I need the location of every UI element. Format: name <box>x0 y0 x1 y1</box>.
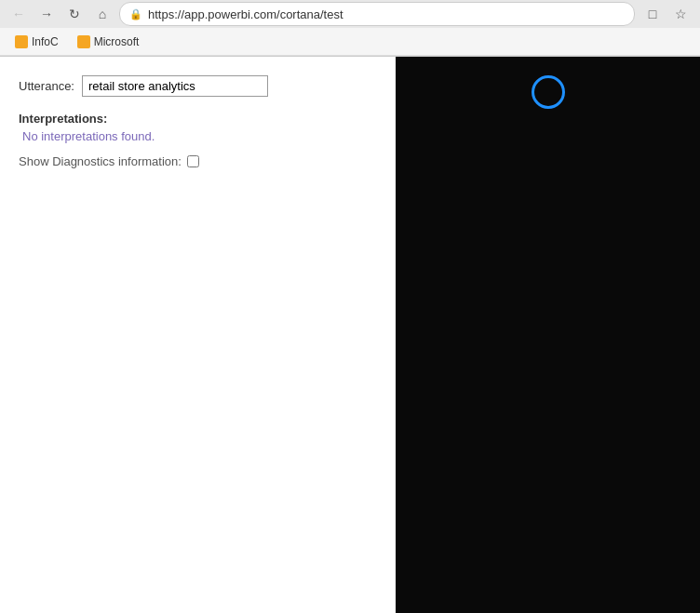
right-panel <box>396 57 700 613</box>
left-panel: Utterance: Interpretations: No interpret… <box>0 57 396 613</box>
lock-icon: 🔒 <box>129 8 142 20</box>
bookmark-infoc-label: InfoC <box>32 35 59 48</box>
noise-texture <box>396 57 700 613</box>
favorites-button[interactable]: ☆ <box>668 2 693 26</box>
bookmark-infoc[interactable]: InfoC <box>7 33 66 51</box>
forward-button[interactable]: → <box>35 3 58 25</box>
address-input[interactable] <box>148 7 625 21</box>
diagnostics-checkbox[interactable] <box>187 155 199 167</box>
bookmark-microsoft-icon <box>77 35 90 48</box>
back-button[interactable]: ← <box>7 3 30 25</box>
dark-canvas <box>396 57 700 613</box>
bookmark-microsoft-label: Microsoft <box>94 35 140 48</box>
svg-rect-0 <box>396 57 700 613</box>
utterance-input[interactable] <box>82 75 268 97</box>
bookmark-microsoft[interactable]: Microsoft <box>70 33 147 51</box>
home-button[interactable]: ⌂ <box>91 3 114 25</box>
browser-chrome: ← → ↻ ⌂ 🔒 □ ☆ InfoC Microsoft <box>0 0 700 57</box>
utterance-row: Utterance: <box>19 75 377 97</box>
reader-mode-button[interactable]: □ <box>640 2 665 26</box>
no-interpretations-text: No interpretations found. <box>22 129 155 143</box>
cortana-circle-indicator <box>532 75 565 109</box>
diagnostics-label: Show Diagnostics information: <box>19 154 182 168</box>
interpretations-label: Interpretations: <box>19 112 377 126</box>
page-content: Utterance: Interpretations: No interpret… <box>0 57 700 613</box>
diagnostics-row: Show Diagnostics information: <box>19 154 377 168</box>
refresh-button[interactable]: ↻ <box>63 3 86 25</box>
interpretations-section: Interpretations: No interpretations foun… <box>19 112 377 143</box>
toolbar-right: □ ☆ <box>640 2 693 26</box>
bookmarks-bar: InfoC Microsoft <box>0 28 700 56</box>
address-bar-container: 🔒 <box>119 2 635 26</box>
utterance-label: Utterance: <box>19 79 74 93</box>
bookmark-infoc-icon <box>15 35 28 48</box>
title-bar: ← → ↻ ⌂ 🔒 □ ☆ <box>0 0 700 28</box>
